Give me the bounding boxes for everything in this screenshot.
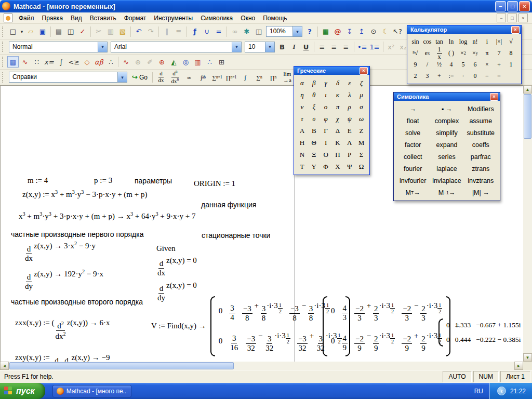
scatter3d-plot-button[interactable]: ∴ xyxy=(204,56,215,68)
symbolic-btn-r2c1[interactable]: float xyxy=(396,115,430,127)
greek-btn-r1c5[interactable]: ε xyxy=(343,77,355,89)
child-close-button[interactable]: × xyxy=(518,14,528,22)
region-dz-dx[interactable]: ddxz(x,y) → 3·x2 − 9·y xyxy=(24,241,96,262)
contour-plot-button[interactable]: ◎ xyxy=(180,56,191,68)
trace-graph-button[interactable]: ✐ xyxy=(144,56,155,68)
greek-btn-r7c6[interactable]: Σ xyxy=(355,149,367,161)
programming-palette-button[interactable]: ◇ xyxy=(81,56,92,68)
boolean-palette-button[interactable]: <≥ xyxy=(68,56,81,68)
new-button[interactable]: □ xyxy=(7,26,19,37)
go-button[interactable]: ↪ Go xyxy=(129,72,151,82)
calc-btn-r1c6[interactable]: n! xyxy=(469,36,481,47)
greek-btn-r4c4[interactable]: χ xyxy=(331,113,343,125)
symbolic-btn-r1c2[interactable]: ▪ → xyxy=(430,103,463,115)
language-indicator[interactable]: RU xyxy=(474,388,489,395)
menu-item-2[interactable]: Вид xyxy=(67,14,86,23)
infinity-button[interactable]: ∞ xyxy=(182,72,196,83)
redo-button[interactable]: ↷ xyxy=(145,26,156,37)
region-given[interactable]: Given xyxy=(156,244,176,253)
calc-btn-r2c1[interactable]: ⁿ√ xyxy=(409,47,421,59)
insert-component-button[interactable]: ✱ xyxy=(241,26,252,37)
horizontal-scroll-track[interactable] xyxy=(234,362,514,370)
calc-btn-r4c7[interactable]: − xyxy=(481,70,493,82)
calc-btn-r4c1[interactable]: 2 xyxy=(409,70,421,82)
graph-palette-button[interactable]: ∿ xyxy=(19,56,31,68)
greek-btn-r3c5[interactable]: ρ xyxy=(343,101,355,113)
greek-btn-r6c1[interactable]: Η xyxy=(296,137,308,149)
greek-btn-r5c1[interactable]: Α xyxy=(296,125,308,137)
bar3d-plot-button[interactable]: ▥ xyxy=(192,56,203,68)
italic-button[interactable]: I xyxy=(288,41,300,52)
vertical-scrollbar[interactable]: ▲ ▼ xyxy=(523,85,532,362)
calc-btn-r3c3[interactable]: ½ xyxy=(433,59,445,70)
label-second-derivatives[interactable]: частные производные второго порядка xyxy=(11,298,143,306)
greek-btn-r6c4[interactable]: Κ xyxy=(331,137,343,149)
greek-btn-r8c3[interactable]: Φ xyxy=(320,161,332,172)
toolbar-grip[interactable] xyxy=(2,72,5,83)
calc-btn-r2c7[interactable]: π xyxy=(481,47,493,59)
greek-btn-r8c2[interactable]: Υ xyxy=(308,161,320,172)
menu-item-6[interactable]: Символика xyxy=(197,14,236,23)
greek-btn-r5c5[interactable]: Ε xyxy=(343,125,355,137)
label-stationary-points[interactable]: стационарные точки xyxy=(202,231,270,240)
open-button[interactable]: ▱ xyxy=(25,26,36,37)
horizontal-scrollbar[interactable]: ◄ ► xyxy=(0,362,523,370)
animation-button[interactable]: ⊙ xyxy=(368,26,379,37)
calc-btn-r2c3[interactable]: 1x xyxy=(433,47,445,59)
greek-btn-r3c3[interactable]: ο xyxy=(320,101,332,113)
tray-collapse-icon[interactable]: ‹ xyxy=(497,387,506,395)
calc-btn-r3c6[interactable]: 6 xyxy=(469,59,481,70)
calc-btn-r3c4[interactable]: 4 xyxy=(445,59,457,70)
insert-hyperlink-button[interactable]: ∞ xyxy=(229,26,241,37)
greek-btn-r7c3[interactable]: Ο xyxy=(320,149,332,161)
symbolic-btn-r7c1[interactable]: invfourier xyxy=(396,175,430,187)
zoom-dropdown-arrow[interactable]: ▾ xyxy=(292,26,302,36)
save-web-button[interactable]: ↧ xyxy=(344,26,355,37)
greek-btn-r3c2[interactable]: ξ xyxy=(308,101,320,113)
menu-item-4[interactable]: Формат xyxy=(121,14,150,23)
resource-center-button[interactable]: ▦ xyxy=(320,26,331,37)
symbolic-palette-titlebar[interactable]: Символика × xyxy=(394,92,500,101)
symbolic-btn-r1c3[interactable]: Modifiers xyxy=(464,103,498,115)
scroll-up-arrow[interactable]: ▲ xyxy=(523,85,532,94)
nth-derivative-button[interactable]: dndxn xyxy=(168,72,182,83)
region-zxx-definition[interactable]: zxx(x,y) := (d2dx2z(x,y)) → 6·x xyxy=(15,318,110,340)
region-zxy-definition[interactable]: zxy(x,y) := ddxddyz(x,y) → −9 xyxy=(15,353,110,362)
align-left-button[interactable]: ≡ xyxy=(316,41,328,52)
resources-dropdown-arrow[interactable]: ▾ xyxy=(117,72,127,82)
calc-btn-r3c5[interactable]: 5 xyxy=(457,59,469,70)
menu-item-3[interactable]: Вставить xyxy=(86,14,120,23)
calc-btn-r3c9[interactable]: 1 xyxy=(505,59,517,70)
align-down-button[interactable]: ≡ xyxy=(173,26,184,37)
calc-btn-r1c1[interactable]: sin xyxy=(409,36,421,47)
vertical-scroll-thumb[interactable] xyxy=(524,94,531,139)
greek-btn-r4c3[interactable]: φ xyxy=(320,113,332,125)
region-origin[interactable]: ORIGIN := 1 xyxy=(194,179,235,188)
resources-combobox[interactable]: Справки ▾ xyxy=(9,72,127,83)
symbolic-btn-r5c2[interactable]: series xyxy=(430,151,463,163)
open-web-button[interactable]: ↥ xyxy=(356,26,367,37)
symbolic-btn-r8c1[interactable]: MT → xyxy=(396,187,430,198)
polar-plot-button[interactable]: ⊕ xyxy=(156,56,167,68)
definite-integral-button[interactable]: ∫ab xyxy=(196,72,210,83)
calculate-button[interactable]: = xyxy=(213,26,224,37)
surface-plot-button[interactable]: ◭ xyxy=(168,56,179,68)
greek-palette-close-button[interactable]: × xyxy=(360,67,368,75)
greek-btn-r6c5[interactable]: Λ xyxy=(343,137,355,149)
scroll-left-arrow[interactable]: ◄ xyxy=(0,362,9,370)
calc-btn-r2c9[interactable]: 8 xyxy=(505,47,517,59)
greek-btn-r4c5[interactable]: ψ xyxy=(343,113,355,125)
symbolic-btn-r3c3[interactable]: substitute xyxy=(464,127,498,139)
greek-btn-r2c1[interactable]: η xyxy=(296,89,308,101)
region-symbolic-expand[interactable]: x3 + m3·y3 + 3·p·x·y + (m + p) → x3 + 64… xyxy=(19,211,196,221)
calc-btn-r4c4[interactable]: := xyxy=(445,70,457,82)
greek-btn-r6c3[interactable]: Ι xyxy=(320,137,332,149)
menu-item-8[interactable]: Помощь xyxy=(259,14,290,23)
font-size-combobox[interactable]: 10 ▾ xyxy=(245,42,275,52)
calc-btn-r1c9[interactable]: √ xyxy=(505,36,517,47)
vertical-scroll-track[interactable] xyxy=(523,139,532,353)
region-z-definition[interactable]: z(x,y) := x3 + m3·y3 − 3·p·x·y + (m + p) xyxy=(22,189,147,199)
toolbar-grip[interactable] xyxy=(2,57,5,67)
undo-button[interactable]: ↶ xyxy=(133,26,144,37)
menu-item-5[interactable]: Инструменты xyxy=(150,14,196,23)
